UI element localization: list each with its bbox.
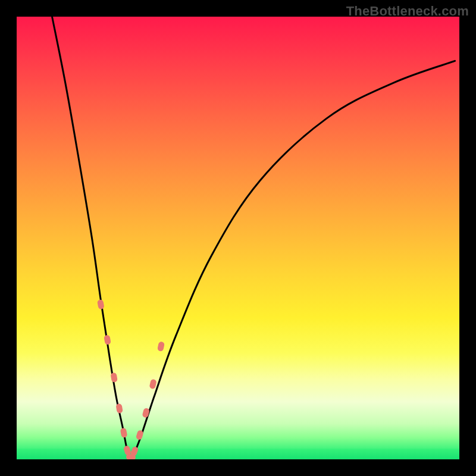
scatter-marker	[115, 403, 123, 414]
scatter-marker	[97, 299, 105, 310]
curve-right-branch	[131, 61, 455, 459]
scatter-marker	[149, 379, 157, 390]
plot-area	[17, 17, 459, 459]
scatter-marker	[104, 334, 111, 345]
watermark-label: TheBottleneck.com	[346, 4, 469, 19]
scatter-marker	[120, 428, 128, 439]
chart-frame: TheBottleneck.com	[0, 0, 476, 476]
scatter-marker	[157, 341, 165, 352]
scatter-marker	[142, 408, 150, 418]
curve-left-branch	[52, 17, 132, 459]
chart-svg	[17, 17, 459, 459]
